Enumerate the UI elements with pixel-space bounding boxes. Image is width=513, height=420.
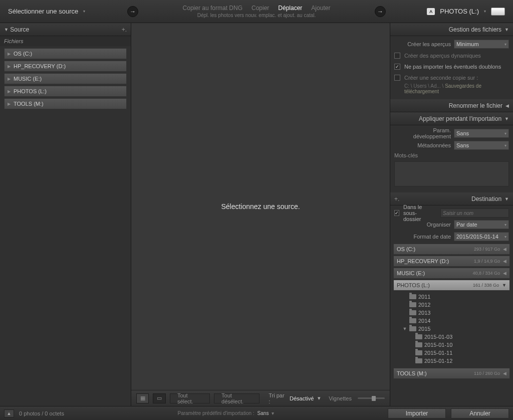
folder-item[interactable]: 2015-01-12 (393, 357, 510, 365)
subfolder-checkbox[interactable]: ✓ (394, 210, 399, 216)
metadata-select[interactable]: Sans▾ (454, 141, 509, 150)
dropdown-icon: ▾ (504, 131, 506, 136)
destination-drive-item[interactable]: MUSIC (E:)40,8 / 334 Go◀ (393, 268, 510, 279)
dev-settings-select[interactable]: Sans▾ (454, 129, 509, 138)
files-section-label: Fichiers (0, 36, 131, 46)
dest-badge: A (427, 8, 435, 15)
loupe-view-icon[interactable]: ▭ (153, 393, 165, 403)
triangle-left-icon: ◀ (503, 271, 506, 276)
collapse-up-button[interactable]: ▲ (4, 409, 14, 417)
destination-drive-item[interactable]: TOOLS (M:)110 / 260 Go◀ (393, 368, 510, 379)
organize-label: Organiser (394, 222, 451, 228)
chevron-down-icon: ▾ (484, 9, 486, 14)
folder-icon (415, 350, 422, 355)
triangle-left-icon: ◀ (503, 247, 506, 252)
chevron-down-icon: ▾ (272, 410, 274, 416)
folder-item[interactable]: 2015-01-11 (393, 349, 510, 357)
action-subtitle: Dépl. les photos vers nouv. emplac. et a… (197, 13, 316, 18)
triangle-left-icon: ◀ (503, 371, 506, 376)
subfolder-input[interactable] (440, 208, 509, 218)
triangle-right-icon: ▶ (8, 64, 11, 69)
source-drive-item[interactable]: ▶TOOLS (M:) (4, 98, 127, 109)
panel-header-file-handling[interactable]: Gestion des fichiers ▼ (390, 23, 513, 36)
triangle-left-icon: ◀ (505, 103, 509, 108)
folder-icon (415, 342, 422, 347)
triangle-down-icon: ▼ (502, 283, 506, 288)
subfolder-label: Dans le sous-dossier (403, 204, 432, 222)
folder-item[interactable]: 2011 (393, 293, 510, 301)
twisty-icon: ▼ (402, 326, 407, 331)
panel-title: Source (10, 26, 29, 33)
triangle-right-icon: ▶ (8, 102, 11, 106)
dropdown-icon: ▾ (504, 235, 506, 239)
organize-select[interactable]: Par date▾ (454, 220, 509, 229)
folder-item[interactable]: ▼2015 (393, 325, 510, 333)
dev-settings-label: Param. développement (394, 127, 451, 139)
dropdown-icon: ▾ (504, 143, 506, 148)
date-format-label: Format de date (394, 234, 451, 240)
folder-item[interactable]: 2013 (393, 309, 510, 317)
status-text: 0 photos / 0 octets (19, 410, 64, 416)
dest-arrow-button[interactable]: → (375, 6, 386, 17)
destination-folder-tree: 2011201220132014▼20152015-01-032015-01-1… (390, 292, 513, 367)
folder-icon (415, 358, 422, 363)
source-drive-item[interactable]: ▶PHOTOS (L:) (4, 86, 127, 97)
keywords-input[interactable] (394, 161, 509, 186)
dropdown-icon: ▾ (504, 223, 506, 227)
build-previews-label: Créer les aperçus (394, 41, 451, 47)
tab-copy-dng[interactable]: Copier au format DNG (183, 5, 242, 12)
plus-icon[interactable]: +. (394, 195, 399, 202)
source-drive-item[interactable]: ▶OS (C:) (4, 48, 127, 59)
sort-value[interactable]: Désactivé (290, 395, 314, 401)
date-format-select[interactable]: 2015/2015-01-14▾ (454, 232, 509, 241)
thumbnails-label: Vignettes (329, 395, 352, 401)
cancel-button[interactable]: Annuler (451, 408, 509, 418)
tab-copy[interactable]: Copier (251, 5, 269, 12)
tab-add[interactable]: Ajouter (311, 5, 330, 12)
smart-previews-label: Créer des aperçus dynamiques (404, 53, 481, 59)
destination-drive-item[interactable]: OS (C:)293 / 917 Go◀ (393, 244, 510, 255)
plus-icon[interactable]: +. (122, 26, 127, 33)
panel-header-source[interactable]: ▼ Source +. (0, 23, 131, 36)
folder-icon (415, 334, 422, 339)
triangle-right-icon: ▶ (8, 77, 11, 81)
destination-drive-item[interactable]: HP_RECOVERY (D:)1,9 / 14,9 Go◀ (393, 256, 510, 267)
second-copy-checkbox[interactable] (394, 75, 400, 81)
folder-item[interactable]: 2012 (393, 301, 510, 309)
tab-move[interactable]: Déplacer (278, 5, 302, 12)
folder-item[interactable]: 2015-01-03 (393, 333, 510, 341)
folder-item[interactable]: 2015-01-10 (393, 341, 510, 349)
chevron-down-icon: ▾ (83, 9, 85, 14)
deselect-all-button[interactable]: Tout désélect. (214, 393, 260, 403)
source-arrow-button[interactable]: → (127, 6, 138, 17)
panel-title: Renommer le fichier (449, 102, 502, 109)
panel-title: Destination (471, 195, 501, 202)
smart-previews-checkbox[interactable] (394, 53, 400, 59)
triangle-down-icon: ▼ (504, 196, 509, 201)
folder-icon (409, 326, 416, 331)
folder-icon (409, 302, 416, 307)
metadata-label: Métadonnées (394, 142, 451, 148)
panel-title: Gestion des fichiers (449, 26, 501, 33)
source-drive-item[interactable]: ▶HP_RECOVERY (D:) (4, 61, 127, 72)
hdd-icon (491, 8, 505, 16)
import-button[interactable]: Importer (388, 408, 446, 418)
second-copy-label: Créer une seconde copie sur : (404, 75, 478, 81)
no-duplicates-checkbox[interactable]: ✓ (394, 64, 400, 70)
preset-value[interactable]: Sans (258, 410, 269, 416)
no-duplicates-label: Ne pas importer les éventuels doublons (404, 64, 501, 70)
grid-view-icon[interactable]: ▦ (136, 393, 149, 403)
destination-drive-item[interactable]: PHOTOS (L:)161 / 338 Go▼ (393, 280, 510, 291)
chevron-down-icon: ▾ (318, 395, 321, 401)
thumbnail-size-slider[interactable] (358, 397, 385, 399)
folder-item[interactable]: 2014 (393, 317, 510, 325)
panel-header-rename[interactable]: Renommer le fichier ◀ (390, 99, 513, 112)
dropdown-icon: ▾ (504, 42, 506, 47)
select-all-button[interactable]: Tout sélect. (170, 393, 210, 403)
build-previews-select[interactable]: Minimum▾ (454, 40, 509, 49)
source-drive-item[interactable]: ▶MUSIC (E:) (4, 73, 127, 84)
triangle-down-icon: ▼ (4, 27, 9, 32)
source-label[interactable]: Sélectionner une source (8, 8, 78, 15)
panel-header-apply[interactable]: Appliquer pendant l'importation ▼ (390, 112, 513, 125)
dest-label[interactable]: PHOTOS (L:) (440, 8, 479, 15)
